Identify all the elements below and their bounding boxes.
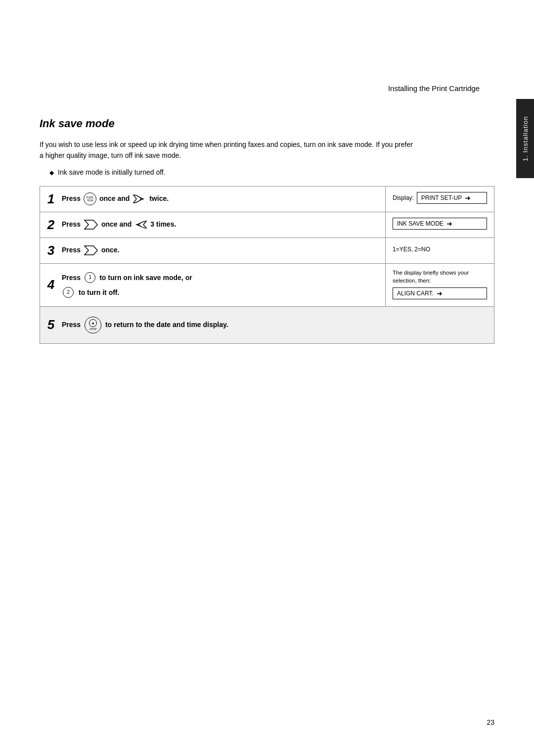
step-row-3: 3 Press once. [40,237,494,263]
step-1-instruction: Press FUNCTION once and twice. [59,188,385,210]
step-3-cell: 3 Press once. [40,237,494,263]
page-container: 1. Installation Installing the Print Car… [0,0,534,756]
page-number: 23 [487,718,494,726]
intro-text: If you wish to use less ink or speed up … [40,139,415,161]
stop-button-inner: ● STOP [89,319,97,331]
display-value-3: 1=YES, 2=NO [393,246,487,253]
step-2-cell: 2 Press once and [40,212,494,237]
step-number-3: 3 [40,238,59,263]
display-arrow-2: ➜ [446,220,452,228]
steps-table: 1 Press FUNCTION once and [40,186,494,344]
step-3-display: 1=YES, 2=NO [385,238,494,263]
main-content: Ink save mode If you wish to use less in… [0,93,534,344]
step-number-2: 2 [40,212,59,237]
display-note-4: The display briefly shows your selection… [393,269,487,284]
header-section: Installing the Print Cartridge [0,0,534,93]
display-value-4: ALIGN CART. ➜ [393,287,487,299]
step-row-4: 4 Press 1 to turn on ink save mode, or 2… [40,263,494,306]
step-2-display: INK SAVE MODE ➜ [385,212,494,237]
display-label-1: Display: [393,194,414,201]
function-button-icon: FUNCTION [84,192,96,205]
step-1-cell: 1 Press FUNCTION once and [40,186,494,212]
step-5-cell: 5 Press ● STOP to return [40,306,494,343]
step-3-instruction: Press once. [59,240,385,261]
step-1-display: Display: PRINT SET-UP ➜ [385,187,494,212]
sidebar-tab: 1. Installation [516,99,534,178]
display-arrow-4: ➜ [437,289,443,297]
nav-right-icon-3 [84,245,98,256]
sidebar-label: 1. Installation [522,116,529,161]
step-row-1: 1 Press FUNCTION once and [40,186,494,212]
right-arrow-icon-1 [133,193,146,204]
stop-text: STOP [89,328,96,331]
step-5-instruction: Press ● STOP to return to the date and t… [59,312,494,338]
stop-circle-icon: ● [89,319,97,327]
step-4-display: The display briefly shows your selection… [385,264,494,306]
header-title: Installing the Print Cartridge [40,79,504,93]
step-number-1: 1 [40,187,59,212]
display-value-1: PRINT SET-UP ➜ [417,192,487,204]
step-row-5: 5 Press ● STOP to return [40,306,494,343]
bullet-icon: ◆ [49,169,54,176]
step-number-5: 5 [40,312,59,337]
key-1-button: 1 [85,272,95,283]
display-value-2: INK SAVE MODE ➜ [393,218,487,230]
step-number-4: 4 [40,272,59,297]
key-2-button: 2 [63,287,74,298]
nav-right-icon-2a [84,219,98,230]
step-2-instruction: Press once and [59,214,385,235]
bullet-text: Ink save mode is initially turned off. [58,168,166,176]
display-arrow-1: ➜ [465,194,471,202]
section-title: Ink save mode [40,117,494,130]
left-arrow-icon-2 [134,220,147,230]
step-4-cell: 4 Press 1 to turn on ink save mode, or 2… [40,263,494,306]
step-row-2: 2 Press once and [40,212,494,237]
step-4-instruction: Press 1 to turn on ink save mode, or 2 t… [59,267,385,303]
bullet-item: ◆ Ink save mode is initially turned off. [49,168,494,176]
step-4-sub: 2 to turn it off. [62,287,380,298]
